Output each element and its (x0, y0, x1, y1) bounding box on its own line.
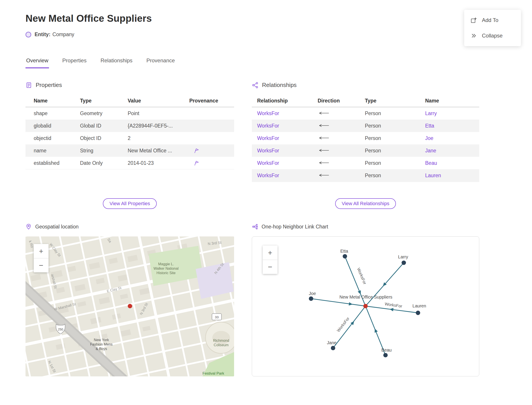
tab-overview[interactable]: Overview (26, 57, 49, 68)
edge-labels: WorksFor WorksFor WorksFor (336, 267, 403, 333)
poi-label-coliseum: Richmond Coliseum (213, 338, 229, 347)
relationship-link[interactable]: WorksFor (252, 123, 312, 129)
arrowhead (373, 328, 378, 333)
col-name: Name (420, 98, 479, 104)
tab-provenance[interactable]: Provenance (146, 57, 176, 68)
prop-value: {A228944F-0EF5-... (123, 123, 184, 129)
node-joe[interactable] (309, 296, 313, 301)
page-title: New Metal Office Suppliers (26, 13, 532, 24)
node-label-etta: Etta (340, 249, 348, 254)
prop-value: Point (123, 110, 184, 116)
provenance-flag-icon[interactable] (193, 160, 199, 166)
col-provenance: Provenance (184, 98, 234, 104)
tab-relationships[interactable]: Relationships (100, 57, 133, 68)
relationships-section: Relationships Relationship Direction Typ… (252, 82, 479, 211)
relationships-heading-label: Relationships (262, 82, 297, 88)
rel-name-link[interactable]: Lauren (420, 173, 479, 179)
node-beau[interactable] (383, 353, 388, 357)
left-arrow-icon (318, 123, 329, 128)
prop-name: objectid (26, 135, 75, 141)
col-value: Value (123, 98, 184, 104)
properties-section: Properties Name Type Value Provenance sh… (26, 82, 234, 211)
table-row: WorksFor Person Beau (252, 157, 479, 169)
relationship-link[interactable]: WorksFor (252, 135, 312, 141)
table-row: WorksFor Person Joe (252, 132, 479, 144)
table-row: globalid Global ID {A228944F-0EF5-... (26, 120, 234, 132)
relationship-link[interactable]: WorksFor (252, 110, 312, 116)
node-label-beau: Beau (381, 348, 392, 352)
chart-zoom-control: + − (263, 245, 278, 274)
poi-ny-line1: New York (94, 338, 109, 342)
coliseum-building (212, 331, 230, 344)
properties-icon (26, 82, 32, 88)
prop-value: 2 (123, 135, 184, 141)
chart-zoom-out-button[interactable]: − (263, 260, 278, 274)
node-label-lauren: Lauren (412, 304, 426, 308)
node-larry[interactable] (402, 261, 406, 265)
tab-properties[interactable]: Properties (62, 57, 87, 68)
entity-badge-row: Entity: Company (26, 32, 532, 37)
link-chart-canvas[interactable]: + − (252, 236, 479, 376)
direction-cell (312, 135, 359, 141)
map-zoom-out-button[interactable]: − (34, 258, 48, 272)
node-lauren[interactable] (416, 311, 420, 315)
link-chart-icon (252, 223, 258, 230)
chart-zoom-in-button[interactable]: + (263, 245, 278, 260)
properties-table: Name Type Value Provenance shape Geometr… (26, 95, 234, 169)
prop-name: established (26, 160, 75, 166)
prop-type: Date Only (75, 160, 123, 166)
poi-coliseum-line1: Richmond (213, 338, 229, 343)
rel-name-link[interactable]: Jane (420, 148, 479, 154)
geospatial-section: Geospatial location + − (26, 223, 234, 376)
node-center-company[interactable] (363, 304, 368, 308)
properties-table-header: Name Type Value Provenance (26, 95, 234, 107)
collapse-button[interactable]: Collapse (464, 28, 521, 43)
rel-name-link[interactable]: Etta (420, 123, 479, 129)
rel-type: Person (359, 110, 420, 116)
link-chart-heading-label: One-hop Neighbor Link Chart (262, 224, 328, 230)
map-zoom-in-button[interactable]: + (34, 244, 48, 258)
poi-ny-line2: Fashion Mens (90, 342, 113, 346)
basemap: k Ro W Clay St Sa N 3rd St N 4th St arsh… (26, 236, 234, 376)
properties-heading: Properties (26, 82, 234, 88)
node-label-jane: Jane (327, 340, 337, 345)
left-arrow-icon (318, 111, 329, 115)
col-direction: Direction (312, 98, 359, 104)
prop-name: globalid (26, 123, 75, 129)
node-etta[interactable] (343, 254, 347, 259)
table-row: shape Geometry Point (26, 107, 234, 120)
prop-name: shape (26, 110, 75, 116)
relationship-link[interactable]: WorksFor (252, 148, 312, 154)
entity-location-marker[interactable] (128, 304, 132, 308)
poi-maggie-line1: Maggie L. (158, 262, 174, 266)
provenance-flag-icon[interactable] (193, 148, 199, 154)
prop-value: New Metal Office ... (123, 148, 184, 154)
node-label-center: New Metal Office Suppliers (339, 295, 392, 299)
direction-cell (312, 148, 359, 154)
rel-name-link[interactable]: Beau (420, 160, 479, 166)
view-all-relationships-button[interactable]: View All Relationships (335, 198, 396, 209)
rel-type: Person (359, 135, 420, 141)
add-to-button[interactable]: Add To (464, 13, 521, 28)
relationship-link[interactable]: WorksFor (252, 160, 312, 166)
rel-type: Person (359, 148, 420, 154)
left-arrow-icon (318, 136, 329, 140)
node-jane[interactable] (331, 346, 335, 350)
tab-bar: Overview Properties Relationships Proven… (26, 57, 532, 68)
overview-content: Properties Name Type Value Provenance sh… (26, 82, 532, 376)
view-all-properties-button[interactable]: View All Properties (103, 198, 157, 209)
direction-cell (312, 173, 359, 179)
table-row: objectid Object ID 2 (26, 132, 234, 144)
edge-label-worksfor: WorksFor (385, 301, 403, 309)
relationship-link[interactable]: WorksFor (252, 173, 312, 179)
action-card: Add To Collapse (464, 10, 521, 46)
map-canvas[interactable]: + − (26, 236, 234, 376)
chart-nodes (309, 254, 420, 358)
rel-name-link[interactable]: Joe (420, 135, 479, 141)
edge-label-worksfor: WorksFor (336, 316, 350, 333)
properties-heading-label: Properties (36, 82, 62, 88)
rel-name-link[interactable]: Larry (420, 110, 479, 116)
link-chart-svg: WorksFor WorksFor WorksFor (252, 237, 479, 376)
prop-type: Global ID (75, 123, 123, 129)
poi-maggie-line2: Walker National (153, 266, 179, 270)
